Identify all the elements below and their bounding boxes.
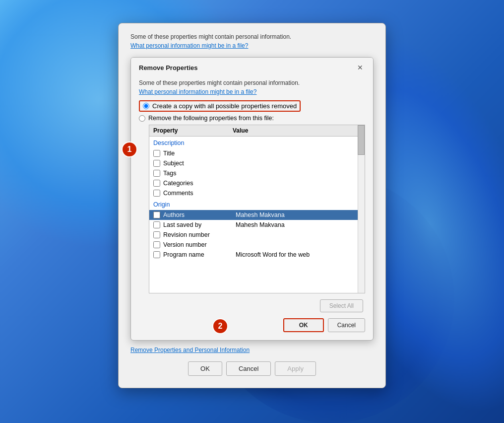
- table-row[interactable]: Comments: [149, 188, 365, 198]
- radio1-input[interactable]: [143, 103, 149, 109]
- checkbox-comments[interactable]: [153, 190, 160, 197]
- select-all-button[interactable]: Select All: [320, 299, 363, 312]
- group-description: Description: [149, 137, 365, 148]
- table-header: Property Value: [149, 125, 365, 137]
- checkbox-categories[interactable]: [153, 180, 160, 187]
- val-last-saved: Mahesh Makvana: [236, 221, 361, 228]
- table-row[interactable]: Categories: [149, 178, 365, 188]
- outer-properties-window: Some of these properties might contain p…: [118, 23, 386, 388]
- ok-button[interactable]: OK: [283, 318, 324, 332]
- outer-ok-button[interactable]: OK: [188, 361, 222, 376]
- dialog-info-link[interactable]: What personal information might be in a …: [139, 88, 256, 95]
- checkbox-last-saved[interactable]: [153, 221, 160, 228]
- select-all-area: Select All: [149, 297, 365, 314]
- checkbox-authors[interactable]: [153, 212, 160, 218]
- remove-properties-dialog-wrapper: 1 Remove Properties ✕ Some of these prop…: [130, 57, 374, 341]
- table-row[interactable]: Program name Microsoft Word for the web: [149, 250, 365, 260]
- cancel-button[interactable]: Cancel: [328, 318, 365, 332]
- table-row-authors[interactable]: Authors Mahesh Makvana: [149, 210, 365, 220]
- outer-apply-button[interactable]: Apply: [275, 361, 316, 376]
- dialog-info-text: Some of these properties might contain p…: [139, 79, 365, 86]
- table-row[interactable]: Version number: [149, 240, 365, 250]
- remove-properties-dialog: Remove Properties ✕ Some of these proper…: [130, 57, 374, 341]
- dialog-title: Remove Properties: [139, 64, 198, 71]
- prop-title: Title: [163, 150, 233, 157]
- checkbox-program[interactable]: [153, 251, 160, 258]
- dialog-body: Some of these properties might contain p…: [131, 75, 373, 340]
- table-row[interactable]: Tags: [149, 168, 365, 178]
- checkbox-revision[interactable]: [153, 231, 160, 238]
- prop-subject: Subject: [163, 160, 233, 167]
- table-row[interactable]: Last saved by Mahesh Makvana: [149, 220, 365, 230]
- col-value-header: Value: [233, 127, 361, 134]
- table-row[interactable]: Title: [149, 148, 365, 158]
- prop-authors: Authors: [163, 212, 233, 218]
- property-table-container[interactable]: Property Value Description Title Subject: [149, 125, 365, 293]
- radio1-label: Create a copy with all possible properti…: [152, 102, 297, 110]
- checkbox-tags[interactable]: [153, 170, 160, 177]
- info-section: Some of these properties might contain p…: [139, 79, 365, 95]
- prop-tags: Tags: [163, 170, 233, 177]
- outer-footer-link[interactable]: Remove Properties and Personal Informati…: [130, 347, 374, 353]
- radio2-input[interactable]: [139, 115, 145, 122]
- outer-info-text: Some of these properties might contain p…: [130, 33, 374, 40]
- radio2-option[interactable]: Remove the following properties from thi…: [139, 115, 365, 122]
- radio1-option[interactable]: Create a copy with all possible properti…: [139, 100, 301, 112]
- outer-button-row: OK Cancel Apply: [130, 361, 374, 376]
- table-row[interactable]: Revision number: [149, 230, 365, 240]
- prop-program: Program name: [163, 251, 233, 258]
- checkbox-title[interactable]: [153, 150, 160, 157]
- prop-categories: Categories: [163, 180, 233, 187]
- checkbox-version[interactable]: [153, 241, 160, 248]
- scrollbar-thumb[interactable]: [358, 125, 365, 155]
- dialog-titlebar: Remove Properties ✕: [131, 58, 373, 75]
- val-authors: Mahesh Makvana: [236, 212, 361, 218]
- val-program: Microsoft Word for the web: [236, 251, 361, 258]
- outer-info-link[interactable]: What personal information might be in a …: [130, 42, 374, 49]
- col-property-header: Property: [153, 127, 233, 134]
- scrollbar-track[interactable]: [358, 125, 365, 293]
- checkbox-subject[interactable]: [153, 160, 160, 167]
- dialog-close-button[interactable]: ✕: [355, 63, 365, 72]
- prop-comments: Comments: [163, 190, 233, 197]
- prop-last-saved: Last saved by: [163, 221, 233, 228]
- prop-revision: Revision number: [163, 231, 233, 238]
- radio2-label: Remove the following properties from thi…: [148, 115, 274, 122]
- step-badge-1: 1: [122, 141, 137, 157]
- outer-cancel-button[interactable]: Cancel: [226, 361, 271, 376]
- group-origin: Origin: [149, 198, 365, 210]
- prop-version: Version number: [163, 241, 233, 248]
- dialog-footer: 2 OK Cancel: [139, 314, 365, 334]
- table-row[interactable]: Subject: [149, 158, 365, 168]
- step-badge-2: 2: [212, 318, 228, 334]
